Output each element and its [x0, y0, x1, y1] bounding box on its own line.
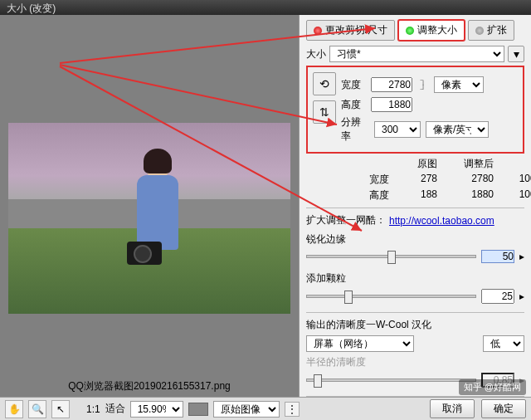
- canvas-area: QQ浏览器截图20190216155317.png: [0, 15, 299, 397]
- resolution-unit-select[interactable]: 像素/英寸: [426, 121, 489, 138]
- image-filename: QQ浏览器截图20190216155317.png: [0, 379, 299, 393]
- dot-icon: [475, 27, 484, 35]
- link-icon[interactable]: ┐┘: [417, 76, 429, 94]
- hand-tool-icon[interactable]: ✋: [5, 400, 23, 418]
- resolution-label: 分辨率: [341, 115, 369, 144]
- ratio-label[interactable]: 1:1: [86, 403, 100, 415]
- grain-slider[interactable]: [306, 295, 476, 298]
- options-icon[interactable]: ⋮: [285, 402, 300, 417]
- sharpen-label: 锐化边缘: [306, 232, 524, 247]
- zoom-select[interactable]: 15.90%: [130, 401, 183, 418]
- tab-resize[interactable]: 调整大小: [398, 20, 465, 41]
- info-table: 原图调整后 宽度27827801000% 高度18818801000%: [339, 157, 524, 203]
- output-label: 输出的清晰度一W-Cool 汉化: [306, 318, 524, 332]
- size-label: 大小: [306, 47, 326, 61]
- output-level-select[interactable]: 低: [483, 335, 524, 352]
- ok-button[interactable]: 确定: [481, 399, 526, 418]
- title-bar: 大小 (改变): [0, 0, 531, 15]
- width-input[interactable]: [371, 77, 412, 92]
- dot-icon: [406, 27, 414, 35]
- swap-icon[interactable]: ⇅: [313, 100, 336, 124]
- tab-crop[interactable]: 更改剪切/尺寸: [306, 20, 395, 41]
- tab-canvas[interactable]: 扩张: [468, 20, 514, 41]
- height-label: 高度: [341, 98, 366, 112]
- resolution-input[interactable]: 300: [374, 121, 421, 138]
- grain-value[interactable]: [481, 289, 514, 304]
- window-title: 大小 (改变): [7, 2, 56, 14]
- watermark: 知乎 @好酷网: [459, 379, 526, 395]
- pointer-tool-icon[interactable]: ↖: [51, 400, 70, 418]
- stepper-icon[interactable]: ▸: [519, 291, 524, 302]
- width-unit-select[interactable]: 像素: [434, 76, 484, 93]
- grain-label: 添加颗粒: [306, 271, 524, 286]
- enlarge-link[interactable]: http://wcool.taobao.com: [389, 215, 494, 227]
- sharpen-slider[interactable]: [306, 255, 476, 258]
- fit-label[interactable]: 适合: [105, 402, 125, 416]
- output-preset-select[interactable]: 屏幕（网络）: [306, 335, 414, 352]
- rotate-icon[interactable]: ⟲: [313, 72, 336, 95]
- settings-panel: 更改剪切/尺寸 调整大小 扩张 大小 习惯* ▾ ⟲ ⇅ 宽度 ┐┘: [299, 15, 531, 397]
- bg-color-swatch[interactable]: [188, 403, 208, 416]
- radius-label: 半径的清晰度: [306, 355, 366, 369]
- dimensions-group: ⟲ ⇅ 宽度 ┐┘ 像素 高度: [306, 66, 524, 154]
- preset-menu-button[interactable]: ▾: [508, 46, 524, 62]
- width-label: 宽度: [341, 78, 366, 92]
- enlarge-label: 扩大调整一网酷：: [306, 213, 386, 227]
- radius-slider: [306, 378, 476, 382]
- sharpen-value[interactable]: [481, 250, 514, 263]
- cancel-button[interactable]: 取消: [430, 399, 475, 418]
- height-input[interactable]: [371, 97, 412, 112]
- footer-toolbar: ✋ 🔍 ↖ 1:1 适合 15.90% 原始图像 ⋮ 取消 确定: [0, 397, 531, 420]
- zoom-tool-icon[interactable]: 🔍: [28, 400, 46, 418]
- preview-image: [8, 123, 290, 314]
- preset-select[interactable]: 习惯*: [329, 46, 504, 62]
- stepper-icon[interactable]: ▸: [519, 251, 524, 262]
- source-select[interactable]: 原始图像: [213, 401, 280, 418]
- dot-icon: [314, 27, 322, 35]
